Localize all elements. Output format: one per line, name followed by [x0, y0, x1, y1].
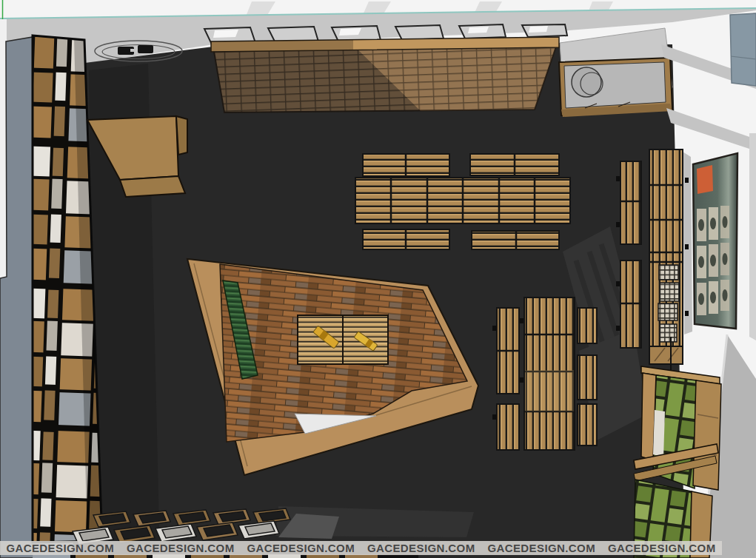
watermark-text: GACEDESIGN.COM — [121, 542, 241, 554]
render-canvas: GACEDESIGN.COM GACEDESIGN.COM GACEDESIGN… — [0, 0, 756, 558]
wall-table-short — [620, 161, 641, 244]
locker-side-panel — [693, 380, 721, 490]
window-frame — [395, 25, 444, 40]
sunlight-on-table — [525, 370, 574, 411]
watermark-bar: GACEDESIGN.COM GACEDESIGN.COM GACEDESIGN… — [0, 541, 722, 555]
desk-return — [120, 176, 185, 197]
locker-white-cell — [653, 410, 665, 457]
watermark-text: GACEDESIGN.COM — [241, 542, 361, 554]
watermark-text: GACEDESIGN.COM — [361, 542, 482, 554]
desk-side-panel — [176, 116, 187, 155]
locker-shelf — [634, 366, 721, 558]
bench — [578, 308, 597, 343]
wall-right-sliver — [749, 133, 756, 340]
picture-accent-square — [697, 165, 713, 194]
render-scene — [0, 0, 756, 558]
door-panel — [730, 13, 756, 86]
wall-picture — [693, 153, 737, 329]
bench — [497, 404, 519, 450]
service-cabinet — [559, 58, 672, 117]
watermark-text: GACEDESIGN.COM — [602, 542, 723, 554]
chair-gap — [130, 49, 135, 52]
slat-canopy — [211, 37, 559, 112]
table-group-vertical — [497, 298, 597, 450]
basin-circle — [572, 67, 601, 97]
lattice-inserts — [658, 265, 679, 342]
left-wall — [0, 19, 36, 558]
bench — [578, 404, 597, 446]
chair — [138, 45, 153, 53]
watermark-text: GACEDESIGN.COM — [481, 542, 602, 554]
watermark-text: GACEDESIGN.COM — [0, 542, 121, 554]
bench — [578, 355, 597, 400]
picture-print-grid — [697, 206, 729, 315]
